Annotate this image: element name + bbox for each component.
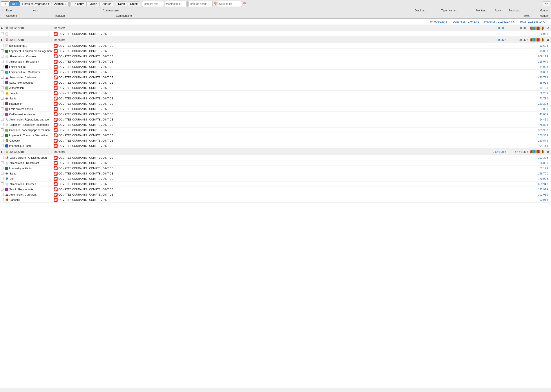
table-row[interactable]: 🍴 Alimentation : Restaurant COMPTES COUR…: [0, 59, 551, 64]
table-row[interactable]: 🚗 Automobile : Carburant COMPTES COURANT…: [0, 75, 551, 80]
table-row[interactable]: COMPTES COURANTS : COMPTE JOINT CE 0,00 …: [0, 31, 551, 37]
table-row[interactable]: Santé : Remboursée COMPTES COURANTS : CO…: [0, 187, 551, 192]
row-checkbox[interactable]: [1, 123, 5, 127]
col-commentaire-header[interactable]: Commentaire: [102, 9, 414, 12]
col-montant-header[interactable]: Montant: [467, 9, 487, 12]
col2-montant-header[interactable]: Montant: [530, 14, 550, 17]
table-row[interactable]: Alimentation COMPTES COURANTS : COMPTE J…: [0, 85, 551, 91]
date-debut-calendar-icon[interactable]: 📅: [213, 2, 217, 6]
row-checkbox[interactable]: [1, 161, 5, 165]
group-action-icon[interactable]: ⇄: [546, 38, 550, 42]
transfer-logo: [54, 166, 57, 170]
col2-categorie-header[interactable]: Catégorie: [5, 14, 54, 17]
col-check[interactable]: ✓: [1, 9, 5, 12]
category-label: Alimentation : Courses: [9, 55, 36, 58]
row-checkbox[interactable]: [1, 32, 5, 36]
table-row[interactable]: ⚽ Loisirs-culture : Articles de sport CO…: [0, 155, 551, 161]
table-row[interactable]: Santé : Remboursée COMPTES COURANTS : CO…: [0, 80, 551, 85]
table-row[interactable]: 🚗 Automobile : Carburant COMPTES COURANT…: [0, 192, 551, 197]
row-checkbox[interactable]: [1, 134, 5, 137]
col-apercu-header[interactable]: Aperçu: [487, 9, 504, 12]
credit-button[interactable]: Credit: [128, 1, 140, 6]
row-checkbox[interactable]: [1, 97, 5, 100]
en-cours-button[interactable]: En cours: [71, 1, 86, 6]
row-checkbox[interactable]: [1, 55, 5, 58]
expand-button[interactable]: >>: [543, 1, 550, 6]
row-checkbox[interactable]: [1, 70, 5, 74]
row-checkbox[interactable]: [1, 91, 5, 95]
montant-min-input[interactable]: [142, 1, 164, 7]
col2-commentaire-header[interactable]: Commentaire: [115, 14, 465, 17]
debit-button[interactable]: Débit: [116, 1, 127, 6]
row-checkbox[interactable]: [1, 86, 5, 90]
row-checkbox[interactable]: [1, 139, 5, 142]
table-row[interactable]: 🎁 Cadeaux COMPTES COURANTS : COMPTE JOIN…: [0, 197, 551, 203]
row-checkbox[interactable]: [1, 112, 5, 116]
transfer-label: COMPTES COURANTS : COMPTE JOINT CE: [58, 81, 113, 84]
row-checkbox[interactable]: [1, 44, 5, 48]
row-checkbox[interactable]: [1, 177, 5, 181]
row-checkbox[interactable]: [1, 118, 5, 121]
tri-button[interactable]: Tri: [1, 1, 9, 6]
table-row[interactable]: 🍴 Alimentation : Restaurant COMPTES COUR…: [0, 161, 551, 166]
table-row[interactable]: Informatique Photo COMPTES COURANTS : CO…: [0, 143, 551, 149]
table-row[interactable]: Loisirs-culture COMPTES COURANTS : COMPT…: [0, 64, 551, 70]
table-row[interactable]: 🏠 Logement : Entretien/Réparations maiso…: [0, 122, 551, 127]
table-row[interactable]: Loisirs-culture : Modélisme COMPTES COUR…: [0, 70, 551, 75]
valide-button[interactable]: Validé: [87, 1, 100, 6]
col-sous-op-header[interactable]: Sous-op...: [504, 9, 522, 12]
table-row[interactable]: achat pour qq1 COMPTES COURANTS : COMPTE…: [0, 43, 551, 49]
row-checkbox[interactable]: [1, 172, 5, 175]
annule-button[interactable]: Annulé: [100, 1, 114, 6]
table-row[interactable]: ➕ Santé COMPTES COURANTS : COMPTE JOINT …: [0, 171, 551, 176]
col-nom-header[interactable]: Nom: [32, 9, 80, 12]
row-checkbox[interactable]: [1, 144, 5, 148]
row-checkbox[interactable]: [1, 102, 5, 105]
row-checkbox[interactable]: [1, 198, 5, 202]
row-checkbox[interactable]: [1, 107, 5, 111]
table-row[interactable]: Coiffeur-esthéticienne COMPTES COURANTS …: [0, 112, 551, 117]
col-montant2-header[interactable]: Montant: [530, 9, 550, 12]
table-row[interactable]: 🎁 Cadeaux COMPTES COURANTS : COMPTE JOIN…: [0, 138, 551, 143]
row-checkbox[interactable]: [1, 128, 5, 132]
group-expand-icon[interactable]: ▶: [1, 150, 5, 154]
row-checkbox[interactable]: [1, 76, 5, 79]
montant-max-input[interactable]: [165, 1, 186, 7]
group-action-icon[interactable]: ⇄: [546, 27, 550, 30]
col-date-header[interactable]: Date: [5, 9, 32, 12]
table-row[interactable]: ➕ Santé COMPTES COURANTS : COMPTE JOINT …: [0, 96, 551, 101]
row-checkbox[interactable]: [1, 81, 5, 84]
col-destinataire-header[interactable]: Destinat...: [414, 9, 440, 12]
row-checkbox[interactable]: [1, 156, 5, 160]
col2-projet-header[interactable]: Projet: [465, 14, 530, 17]
row-checkbox[interactable]: [1, 182, 5, 186]
date-fin-input[interactable]: [218, 1, 242, 7]
table-row[interactable]: Cadeaux : cadeau papa et maman COMPTES C…: [0, 127, 551, 133]
col2-transfert-header[interactable]: Transfert: [54, 14, 115, 17]
table-row[interactable]: 👶 Enfants COMPTES COURANTS : COMPTE JOIN…: [0, 91, 551, 96]
table-row[interactable]: 🛒 Alimentation : Courses COMPTES COURANT…: [0, 182, 551, 187]
row-checkbox[interactable]: [1, 49, 5, 53]
group-action-icon[interactable]: ⇄: [546, 150, 550, 154]
row-checkbox[interactable]: [1, 193, 5, 196]
col-type-header[interactable]: Type (Numér...: [440, 9, 467, 12]
row-checkbox[interactable]: [1, 188, 5, 191]
table-row[interactable]: Frais professionnels COMPTES COURANTS : …: [0, 106, 551, 112]
table-row[interactable]: Logement : Travaux - Décoration COMPTES …: [0, 133, 551, 138]
row-checkbox[interactable]: [1, 65, 5, 69]
table-row[interactable]: Habillement COMPTES COURANTS : COMPTE JO…: [0, 101, 551, 106]
tout-button[interactable]: Tout: [9, 1, 20, 6]
avance-button[interactable]: Avancé...: [52, 1, 69, 6]
table-row[interactable]: 🔧 Automobile : Réparations-entretien COM…: [0, 117, 551, 122]
table-row[interactable]: Informatique Photo COMPTES COURANTS : CO…: [0, 166, 551, 171]
row-checkbox[interactable]: [1, 60, 5, 63]
table-row[interactable]: 🛒 Alimentation : Courses COMPTES COURANT…: [0, 54, 551, 59]
group-expand-icon[interactable]: ▶: [1, 26, 5, 30]
row-checkbox[interactable]: [1, 167, 5, 170]
table-row[interactable]: Logement : Équipement du logement COMPTE…: [0, 49, 551, 54]
date-fin-calendar-icon[interactable]: 📅: [242, 2, 246, 6]
table-row[interactable]: 👤 Def COMPTES COURANTS : COMPTE JOINT CE…: [0, 176, 551, 182]
filtres-dropdown[interactable]: Filtres sauvegardés ▾: [20, 1, 51, 6]
group-expand-icon[interactable]: ▶: [1, 38, 5, 42]
date-debut-input[interactable]: [188, 1, 213, 7]
